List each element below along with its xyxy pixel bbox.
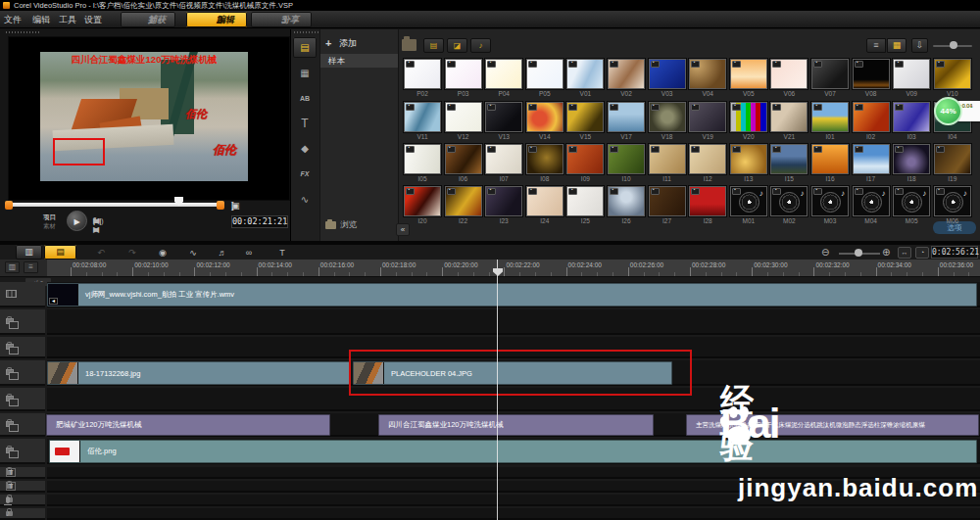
preview-timecode[interactable]: 00:02:21:21 [231, 215, 288, 228]
browse-button[interactable]: 浏览 [340, 219, 357, 231]
library-thumbnail-I05[interactable]: I05 [404, 144, 441, 185]
thumbnail-image[interactable] [404, 186, 441, 216]
library-thumbnail-V08[interactable]: V08 [853, 59, 890, 100]
timeline-clip-2[interactable]: 18-17132268.jpg [47, 361, 351, 385]
library-thumbnail-V02[interactable]: V02 [608, 59, 645, 100]
timeline-clip-1[interactable]: vj师网_www.vjshi.com_航拍 工业 宣传片.wmv [47, 283, 977, 307]
grid-view-button[interactable]: ▦ [887, 38, 906, 53]
library-thumbnail-M01[interactable]: ♪M01 [730, 186, 767, 227]
thumbnail-image[interactable] [526, 102, 564, 132]
thumbnail-image[interactable] [445, 186, 482, 216]
track-header-music-track[interactable]: ♪ [0, 508, 45, 520]
track-header-voice-track[interactable] [0, 495, 45, 506]
library-folder-sample[interactable]: 样本 [320, 54, 398, 68]
thumbnail-image[interactable] [893, 102, 930, 132]
library-thumbnail-I26[interactable]: I26 [608, 186, 645, 227]
library-thumbnail-V12[interactable]: V12 [445, 102, 482, 143]
track-header-overlay-track-6[interactable] [0, 439, 45, 464]
thumbnail-image[interactable]: ♪ [811, 186, 849, 216]
menu-tools[interactable]: 工具 [59, 11, 76, 28]
storyboard-view-button[interactable]: ▥ [16, 245, 42, 260]
library-thumbnail-I19[interactable]: I19 [934, 144, 971, 185]
library-thumbnail-M05[interactable]: ♪M05 [893, 186, 930, 227]
thumbnail-image[interactable] [404, 102, 441, 132]
thumbnail-image[interactable] [485, 59, 522, 89]
library-thumbnail-I23[interactable]: I23 [485, 186, 522, 227]
library-thumbnail-I18[interactable]: I18 [893, 144, 930, 185]
track-header-overlay-track-3[interactable] [0, 360, 45, 386]
thumbnail-image[interactable] [811, 102, 849, 132]
library-thumbnail-V19[interactable]: V19 [689, 102, 726, 143]
library-thumbnail-M06[interactable]: ♪M06 [934, 186, 971, 227]
library-thumbnail-I15[interactable]: I15 [770, 144, 808, 185]
thumbnail-image[interactable] [649, 144, 686, 174]
library-thumbnail-I12[interactable]: I12 [689, 144, 726, 185]
library-thumbnail-V09[interactable]: V09 [893, 59, 930, 100]
filter-video-button[interactable]: ▤ [423, 38, 444, 53]
thumbnail-image[interactable]: ♪ [934, 186, 971, 216]
timecode-spinner[interactable]: ▲▼ [281, 215, 288, 228]
track-overlay-track-1[interactable] [47, 309, 980, 335]
library-thumbnail-V04[interactable]: V04 [689, 59, 726, 100]
thumbnail-image[interactable] [853, 102, 890, 132]
step-tab-capture[interactable]: 1捕获 [121, 12, 175, 27]
undo-icon[interactable]: ↶ [93, 247, 109, 260]
trim-handle-start[interactable] [5, 201, 13, 210]
thumbnail-image[interactable] [566, 59, 604, 89]
motion-path-icon[interactable]: ∿ [293, 189, 317, 210]
library-thumbnail-V03[interactable]: V03 [649, 59, 686, 100]
thumbnail-image[interactable] [526, 144, 564, 174]
library-thumbnail-P03[interactable]: P03 [445, 59, 482, 100]
thumbnail-image[interactable] [649, 186, 686, 216]
thumbnail-image[interactable] [893, 59, 930, 89]
timeline-view-button[interactable]: ▤ [44, 245, 76, 260]
library-thumbnail-I07[interactable]: I07 [485, 144, 522, 185]
library-thumbnail-I11[interactable]: I11 [649, 144, 686, 185]
library-thumbnail-P04[interactable]: P04 [485, 59, 522, 100]
menu-file[interactable]: 文件 [4, 11, 22, 28]
mode-clip-label[interactable]: 素材 [43, 222, 56, 231]
library-thumbnail-I16[interactable]: I16 [811, 144, 849, 185]
step-tab-edit[interactable]: 2编辑 [186, 12, 247, 27]
timeline-clip-5[interactable]: 四川合江蜀鑫煤业120万吨洗煤机械 [378, 414, 654, 436]
project-duration-icon[interactable]: ◔ [915, 247, 929, 259]
library-thumbnail-I17[interactable]: I17 [853, 144, 890, 185]
library-thumbnail-V18[interactable]: V18 [649, 102, 686, 143]
library-thumbnail-V11[interactable]: V11 [404, 102, 441, 143]
auto-music-icon[interactable]: ♬ [215, 247, 230, 260]
library-thumbnail-I08[interactable]: I08 [526, 144, 564, 185]
graphic-icon[interactable]: ◆ [293, 138, 317, 159]
timeline-clip-4[interactable]: 肥城矿业120万吨洗煤机械 [46, 414, 330, 436]
library-thumbnail-I01[interactable]: I01 [811, 102, 849, 143]
thumbnail-image[interactable] [526, 186, 564, 216]
library-thumbnail-V05[interactable]: V05 [730, 59, 767, 100]
thumbnail-image[interactable] [853, 59, 890, 89]
track-header-overlay-track-2[interactable] [0, 337, 45, 358]
track-header-video-track[interactable]: ◉▾ [0, 282, 45, 307]
volume-button[interactable]: ◄) [93, 216, 104, 225]
title-icon[interactable]: T [293, 114, 317, 134]
library-thumbnail-V14[interactable]: V14 [526, 102, 564, 143]
open-folder-icon[interactable] [402, 39, 416, 51]
library-thumbnail-M03[interactable]: ♪M03 [811, 186, 849, 227]
thumbnail-image[interactable] [485, 102, 522, 132]
subtitle-icon[interactable]: T [274, 247, 290, 260]
library-thumbnail-V13[interactable]: V13 [485, 102, 522, 143]
library-thumbnail-V06[interactable]: V06 [770, 59, 808, 100]
thumbnail-image[interactable] [404, 59, 441, 89]
library-thumbnail-V17[interactable]: V17 [608, 102, 645, 143]
add-folder-plus-icon[interactable]: + [325, 37, 331, 49]
thumbnail-image[interactable]: ♪ [893, 186, 930, 216]
track-motion-icon[interactable]: ∞ [241, 247, 257, 260]
thumbnail-image[interactable] [730, 59, 767, 89]
library-thumbnail-V10[interactable]: V10 [934, 59, 971, 100]
timeline-zoom-out-icon[interactable]: ⊖ [821, 247, 829, 259]
track-header-overlay-track-4[interactable] [0, 388, 45, 411]
track-header-title-track-2[interactable]: T [0, 481, 45, 493]
thumbnail-image[interactable] [526, 59, 564, 89]
thumbnail-image[interactable] [608, 186, 645, 216]
mode-project-label[interactable]: 项目 [43, 213, 56, 222]
timeline-zoom-in-icon[interactable]: ⊕ [882, 247, 890, 259]
thumbnail-image[interactable] [649, 102, 686, 132]
thumbnail-image[interactable] [689, 186, 726, 216]
